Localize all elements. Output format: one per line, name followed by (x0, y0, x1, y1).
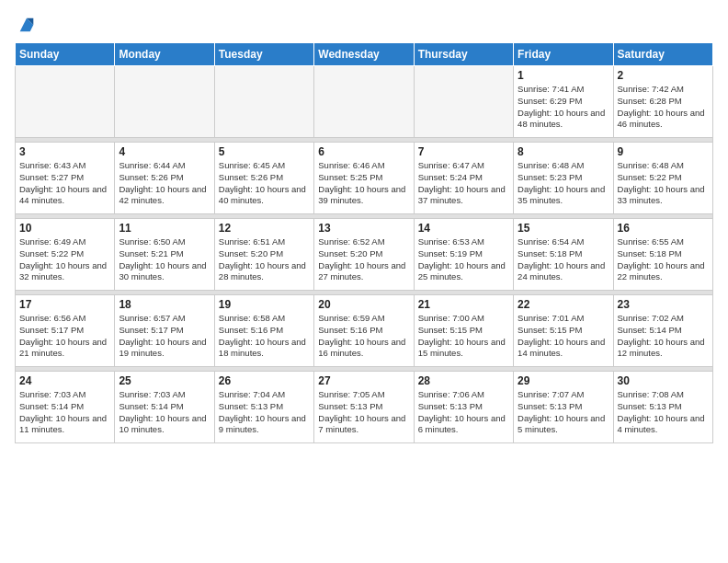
day-number: 28 (418, 374, 509, 387)
day-number: 8 (518, 145, 609, 158)
day-info: Sunrise: 6:58 AM Sunset: 5:16 PM Dayligh… (219, 313, 310, 360)
day-number: 24 (19, 374, 110, 387)
calendar-cell: 21Sunrise: 7:00 AM Sunset: 5:15 PM Dayli… (414, 295, 513, 367)
calendar-cell: 24Sunrise: 7:03 AM Sunset: 5:14 PM Dayli… (16, 372, 115, 443)
day-number: 26 (219, 374, 310, 387)
calendar-cell: 10Sunrise: 6:49 AM Sunset: 5:22 PM Dayli… (16, 219, 115, 291)
day-number: 23 (618, 298, 709, 311)
calendar-cell: 12Sunrise: 6:51 AM Sunset: 5:20 PM Dayli… (214, 219, 313, 291)
day-number: 21 (418, 298, 509, 311)
calendar-cell: 11Sunrise: 6:50 AM Sunset: 5:21 PM Dayli… (115, 219, 214, 291)
day-number: 18 (119, 298, 210, 311)
day-info: Sunrise: 6:56 AM Sunset: 5:17 PM Dayligh… (19, 313, 110, 360)
day-number: 22 (518, 298, 609, 311)
calendar: SundayMondayTuesdayWednesdayThursdayFrid… (15, 42, 713, 443)
calendar-cell: 14Sunrise: 6:53 AM Sunset: 5:19 PM Dayli… (414, 219, 513, 291)
calendar-cell: 16Sunrise: 6:55 AM Sunset: 5:18 PM Dayli… (613, 219, 712, 291)
day-info: Sunrise: 7:02 AM Sunset: 5:14 PM Dayligh… (618, 313, 709, 360)
calendar-cell: 15Sunrise: 6:54 AM Sunset: 5:18 PM Dayli… (514, 219, 613, 291)
day-number: 17 (19, 298, 110, 311)
day-number: 27 (318, 374, 409, 387)
header (15, 11, 713, 35)
day-number: 14 (418, 222, 509, 235)
calendar-cell: 18Sunrise: 6:57 AM Sunset: 5:17 PM Dayli… (115, 295, 214, 367)
day-info: Sunrise: 7:03 AM Sunset: 5:14 PM Dayligh… (119, 389, 210, 436)
calendar-week-row: 17Sunrise: 6:56 AM Sunset: 5:17 PM Dayli… (16, 295, 713, 367)
calendar-cell: 3Sunrise: 6:43 AM Sunset: 5:27 PM Daylig… (16, 143, 115, 214)
calendar-cell: 2Sunrise: 7:42 AM Sunset: 6:28 PM Daylig… (613, 66, 712, 138)
calendar-cell: 4Sunrise: 6:44 AM Sunset: 5:26 PM Daylig… (115, 143, 214, 214)
day-info: Sunrise: 7:07 AM Sunset: 5:13 PM Dayligh… (518, 389, 609, 436)
day-number: 13 (318, 222, 409, 235)
day-number: 4 (119, 145, 210, 158)
day-number: 5 (219, 145, 310, 158)
calendar-cell: 6Sunrise: 6:46 AM Sunset: 5:25 PM Daylig… (314, 143, 414, 214)
day-info: Sunrise: 7:42 AM Sunset: 6:28 PM Dayligh… (618, 84, 709, 131)
calendar-cell: 5Sunrise: 6:45 AM Sunset: 5:26 PM Daylig… (214, 143, 313, 214)
day-info: Sunrise: 6:53 AM Sunset: 5:19 PM Dayligh… (418, 236, 509, 283)
calendar-cell (115, 66, 214, 138)
day-info: Sunrise: 6:50 AM Sunset: 5:21 PM Dayligh… (119, 236, 210, 283)
day-info: Sunrise: 6:57 AM Sunset: 5:17 PM Dayligh… (119, 313, 210, 360)
day-info: Sunrise: 7:04 AM Sunset: 5:13 PM Dayligh… (219, 389, 310, 436)
day-info: Sunrise: 7:00 AM Sunset: 5:15 PM Dayligh… (418, 313, 509, 360)
day-info: Sunrise: 6:59 AM Sunset: 5:16 PM Dayligh… (318, 313, 409, 360)
day-info: Sunrise: 7:05 AM Sunset: 5:13 PM Dayligh… (318, 389, 409, 436)
day-number: 20 (318, 298, 409, 311)
day-number: 2 (618, 69, 709, 82)
day-info: Sunrise: 6:51 AM Sunset: 5:20 PM Dayligh… (219, 236, 310, 283)
calendar-cell: 1Sunrise: 7:41 AM Sunset: 6:29 PM Daylig… (514, 66, 613, 138)
calendar-cell (214, 66, 313, 138)
day-number: 10 (19, 222, 110, 235)
day-info: Sunrise: 6:48 AM Sunset: 5:22 PM Dayligh… (618, 160, 709, 207)
calendar-header-thursday: Thursday (414, 43, 513, 66)
calendar-cell: 17Sunrise: 6:56 AM Sunset: 5:17 PM Dayli… (16, 295, 115, 367)
logo-icon (17, 15, 37, 35)
day-info: Sunrise: 6:54 AM Sunset: 5:18 PM Dayligh… (518, 236, 609, 283)
calendar-cell (314, 66, 414, 138)
day-number: 16 (618, 222, 709, 235)
calendar-header-monday: Monday (115, 43, 214, 66)
day-number: 19 (219, 298, 310, 311)
calendar-header-row: SundayMondayTuesdayWednesdayThursdayFrid… (16, 43, 713, 66)
day-number: 29 (518, 374, 609, 387)
day-info: Sunrise: 6:43 AM Sunset: 5:27 PM Dayligh… (19, 160, 110, 207)
day-number: 30 (618, 374, 709, 387)
day-info: Sunrise: 7:01 AM Sunset: 5:15 PM Dayligh… (518, 313, 609, 360)
day-info: Sunrise: 6:55 AM Sunset: 5:18 PM Dayligh… (618, 236, 709, 283)
calendar-week-row: 3Sunrise: 6:43 AM Sunset: 5:27 PM Daylig… (16, 143, 713, 214)
day-info: Sunrise: 6:47 AM Sunset: 5:24 PM Dayligh… (418, 160, 509, 207)
calendar-week-row: 10Sunrise: 6:49 AM Sunset: 5:22 PM Dayli… (16, 219, 713, 291)
calendar-cell: 7Sunrise: 6:47 AM Sunset: 5:24 PM Daylig… (414, 143, 513, 214)
day-number: 9 (618, 145, 709, 158)
day-info: Sunrise: 6:48 AM Sunset: 5:23 PM Dayligh… (518, 160, 609, 207)
day-info: Sunrise: 6:52 AM Sunset: 5:20 PM Dayligh… (318, 236, 409, 283)
day-info: Sunrise: 7:08 AM Sunset: 5:13 PM Dayligh… (618, 389, 709, 436)
calendar-cell: 23Sunrise: 7:02 AM Sunset: 5:14 PM Dayli… (613, 295, 712, 367)
day-number: 11 (119, 222, 210, 235)
day-info: Sunrise: 6:45 AM Sunset: 5:26 PM Dayligh… (219, 160, 310, 207)
day-number: 7 (418, 145, 509, 158)
day-number: 12 (219, 222, 310, 235)
calendar-cell: 8Sunrise: 6:48 AM Sunset: 5:23 PM Daylig… (514, 143, 613, 214)
calendar-cell: 26Sunrise: 7:04 AM Sunset: 5:13 PM Dayli… (214, 372, 313, 443)
calendar-header-saturday: Saturday (613, 43, 712, 66)
calendar-cell: 30Sunrise: 7:08 AM Sunset: 5:13 PM Dayli… (613, 372, 712, 443)
calendar-cell: 19Sunrise: 6:58 AM Sunset: 5:16 PM Dayli… (214, 295, 313, 367)
day-number: 15 (518, 222, 609, 235)
calendar-week-row: 24Sunrise: 7:03 AM Sunset: 5:14 PM Dayli… (16, 372, 713, 443)
day-info: Sunrise: 7:03 AM Sunset: 5:14 PM Dayligh… (19, 389, 110, 436)
day-number: 25 (119, 374, 210, 387)
calendar-header-tuesday: Tuesday (214, 43, 313, 66)
calendar-cell: 29Sunrise: 7:07 AM Sunset: 5:13 PM Dayli… (514, 372, 613, 443)
day-number: 3 (19, 145, 110, 158)
calendar-header-sunday: Sunday (16, 43, 115, 66)
day-info: Sunrise: 7:06 AM Sunset: 5:13 PM Dayligh… (418, 389, 509, 436)
calendar-week-row: 1Sunrise: 7:41 AM Sunset: 6:29 PM Daylig… (16, 66, 713, 138)
day-info: Sunrise: 6:49 AM Sunset: 5:22 PM Dayligh… (19, 236, 110, 283)
day-number: 6 (318, 145, 409, 158)
calendar-cell: 20Sunrise: 6:59 AM Sunset: 5:16 PM Dayli… (314, 295, 414, 367)
calendar-cell: 27Sunrise: 7:05 AM Sunset: 5:13 PM Dayli… (314, 372, 414, 443)
calendar-cell: 22Sunrise: 7:01 AM Sunset: 5:15 PM Dayli… (514, 295, 613, 367)
calendar-cell: 13Sunrise: 6:52 AM Sunset: 5:20 PM Dayli… (314, 219, 414, 291)
